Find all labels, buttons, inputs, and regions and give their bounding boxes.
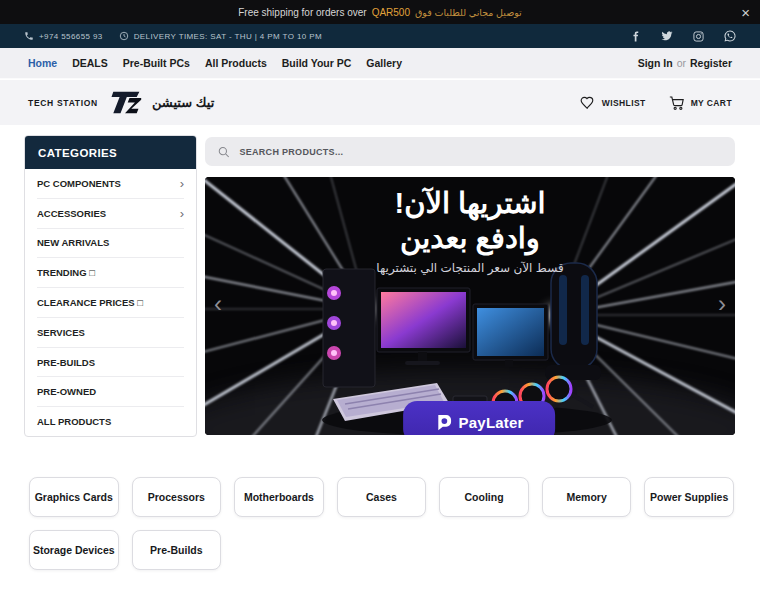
- categories-sidebar: CATEGORIES PC COMPONENTS › ACCESSORIES ›…: [24, 135, 197, 437]
- brand-name-ar: تيك ستيشن: [152, 95, 214, 110]
- search-bar: [205, 137, 735, 166]
- clock-icon: [119, 31, 129, 41]
- ts-logo-icon: [107, 89, 143, 116]
- sidebar-item-trending[interactable]: TRENDING □: [37, 258, 184, 288]
- search-icon: [217, 145, 230, 159]
- sidebar-item-new-arrivals[interactable]: NEW ARRIVALS: [37, 229, 184, 259]
- sidebar-item-pre-builds[interactable]: PRE-BUILDS: [37, 348, 184, 378]
- category-quicklinks: Graphics Cards Processors Motherboards C…: [29, 477, 734, 570]
- search-input[interactable]: [239, 147, 723, 157]
- auth-links: Sign In or Register: [638, 57, 732, 69]
- banner-headline-line2: وادفع بعدين: [205, 221, 735, 256]
- nav-item-gallery[interactable]: Gallery: [366, 57, 402, 69]
- paylater-badge: PayLater: [403, 401, 555, 435]
- sidebar-item-services[interactable]: SERVICES: [37, 318, 184, 348]
- sidebar-item-accessories[interactable]: ACCESSORIES ›: [37, 199, 184, 229]
- phone-icon: [24, 31, 34, 41]
- auth-or-text: or: [677, 57, 686, 69]
- quicklink-cases[interactable]: Cases: [337, 477, 427, 517]
- sign-in-link[interactable]: Sign In: [638, 57, 673, 69]
- nav-item-home[interactable]: Home: [28, 57, 57, 69]
- paylater-label: PayLater: [459, 414, 524, 431]
- chevron-right-icon: ›: [180, 206, 184, 221]
- carousel-prev-icon[interactable]: ‹: [214, 292, 222, 316]
- phone-contact: +974 556655 93: [24, 31, 103, 41]
- sidebar-item-clearance-prices[interactable]: CLEARANCE PRICES □: [37, 288, 184, 318]
- whatsapp-icon[interactable]: [724, 30, 736, 42]
- banner-subtitle: قسط الآن سعر المنتجات الي بتشتريها: [205, 261, 735, 275]
- announcement-bar: Free shipping for orders over QAR500 توص…: [0, 0, 760, 24]
- close-icon[interactable]: ×: [741, 0, 750, 24]
- nav-item-build-your-pc[interactable]: Build Your PC: [282, 57, 352, 69]
- heart-icon: [579, 95, 596, 111]
- nav-item-deals[interactable]: DEALS: [72, 57, 108, 69]
- quicklink-power-supplies[interactable]: Power Supplies: [644, 477, 734, 517]
- phone-number: +974 556655 93: [39, 32, 103, 41]
- banner-copy: اشتريها الآن! وادفع بعدين قسط الآن سعر ا…: [205, 186, 735, 275]
- sidebar-item-all-products[interactable]: ALL PRODUCTS: [37, 407, 184, 436]
- nav-item-prebuilt-pcs[interactable]: Pre-Built PCs: [123, 57, 190, 69]
- nav-item-all-products[interactable]: All Products: [205, 57, 267, 69]
- chevron-right-icon: ›: [180, 176, 184, 191]
- sidebar-item-pre-owned[interactable]: PRE-OWNED: [37, 377, 184, 407]
- quicklink-motherboards[interactable]: Motherboards: [234, 477, 324, 517]
- banner-headline-line1: اشتريها الآن!: [205, 186, 735, 221]
- delivery-times: DELIVERY TIMES: SAT - THU | 4 PM TO 10 P…: [119, 31, 322, 41]
- quicklink-storage-devices[interactable]: Storage Devices: [29, 530, 119, 570]
- cart-button[interactable]: MY CART: [668, 95, 732, 111]
- main-nav: Home DEALS Pre-Built PCs All Products Bu…: [0, 48, 760, 79]
- brand-name-en: TECH STATION: [28, 98, 98, 108]
- paylater-icon: [435, 414, 452, 431]
- brand-logo[interactable]: TECH STATION تيك ستيشن: [28, 89, 214, 116]
- quicklink-pre-builds[interactable]: Pre-Builds: [132, 530, 222, 570]
- quicklink-memory[interactable]: Memory: [542, 477, 632, 517]
- facebook-icon[interactable]: [630, 31, 641, 42]
- wishlist-button[interactable]: WISHLIST: [579, 95, 646, 111]
- announcement-text: Free shipping for orders over: [238, 7, 366, 18]
- register-link[interactable]: Register: [690, 57, 732, 69]
- hero-banner[interactable]: اشتريها الآن! وادفع بعدين قسط الآن سعر ا…: [205, 177, 735, 435]
- announcement-amount: QAR500: [372, 7, 410, 18]
- wishlist-label: WISHLIST: [602, 98, 646, 108]
- twitter-icon[interactable]: [661, 30, 673, 42]
- cart-icon: [668, 95, 685, 111]
- categories-title: CATEGORIES: [25, 136, 196, 169]
- carousel-next-icon[interactable]: ›: [718, 292, 726, 316]
- header: TECH STATION تيك ستيشن WISHLIST MY CART: [0, 80, 760, 125]
- delivery-text: DELIVERY TIMES: SAT - THU | 4 PM TO 10 P…: [134, 32, 322, 41]
- social-links: [630, 30, 736, 42]
- announcement-text-arabic: توصيل مجاني للطلبات فوق: [415, 7, 522, 18]
- cart-label: MY CART: [691, 98, 732, 108]
- quicklink-processors[interactable]: Processors: [132, 477, 222, 517]
- info-bar: +974 556655 93 DELIVERY TIMES: SAT - THU…: [0, 24, 760, 48]
- quicklink-graphics-cards[interactable]: Graphics Cards: [29, 477, 119, 517]
- sidebar-item-pc-components[interactable]: PC COMPONENTS ›: [37, 169, 184, 199]
- instagram-icon[interactable]: [693, 31, 704, 42]
- quicklink-cooling[interactable]: Cooling: [439, 477, 529, 517]
